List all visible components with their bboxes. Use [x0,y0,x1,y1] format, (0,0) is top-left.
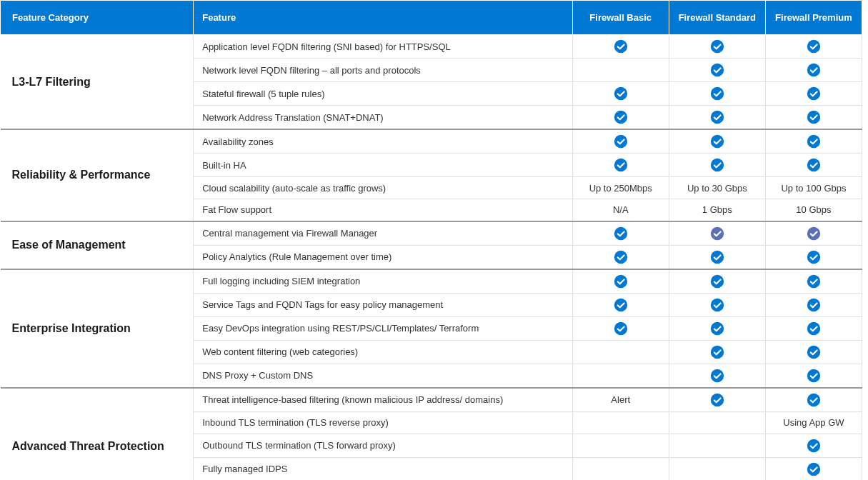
check-icon [614,39,628,54]
svg-point-11 [614,135,627,148]
check-icon [614,158,628,172]
check-icon [807,63,821,77]
check-icon [807,226,821,241]
header-row: Feature Category Feature Firewall Basic … [1,1,862,35]
check-icon [614,226,628,241]
category-cell: L3-L7 Filtering [1,35,194,130]
feature-cell: DNS Proxy + Custom DNS [194,364,572,388]
feature-cell: Stateful firewall (5 tuple rules) [194,82,572,106]
check-icon [807,86,821,101]
tier-cell-basic [572,340,669,364]
check-icon [710,39,724,54]
tier-cell-basic [572,364,669,388]
tier-cell-premium [765,316,862,340]
tier-cell-premium [765,388,862,412]
svg-point-8 [614,111,627,124]
check-icon [614,250,628,264]
svg-point-5 [614,87,627,100]
svg-point-31 [807,321,820,334]
tier-cell-basic [572,411,669,434]
tier-cell-premium [765,340,862,364]
tier-cell-premium [765,59,862,82]
svg-point-12 [711,135,724,148]
check-icon [710,110,724,124]
svg-point-16 [807,159,820,171]
category-cell: Reliability & Performance [1,129,194,221]
svg-point-27 [711,298,724,311]
feature-cell: Central management via Firewall Manager [194,221,572,246]
check-icon [807,439,821,453]
tier-cell-basic [572,129,669,154]
svg-point-37 [807,393,820,406]
svg-point-10 [807,111,820,124]
tier-cell-standard [669,457,765,480]
feature-cell: Full logging including SIEM integration [194,269,572,294]
svg-point-0 [614,40,627,53]
tier-cell-basic: N/A [572,199,669,221]
tier-cell-basic [572,82,669,106]
check-icon [710,393,724,407]
svg-point-28 [807,298,820,311]
tier-cell-basic [572,316,669,340]
category-cell: Ease of Management [1,221,194,269]
tier-cell-standard: 1 Gbps [669,199,765,221]
feature-cell: Availability zones [194,129,572,154]
svg-point-39 [807,462,820,475]
tier-cell-premium [765,245,862,269]
feature-cell: Cloud scalability (auto-scale as traffic… [194,177,572,199]
svg-point-30 [711,321,724,334]
check-icon [710,369,724,383]
tier-cell-premium: 10 Gbps [765,199,862,221]
tier-cell-standard [669,154,765,177]
svg-point-34 [711,369,724,381]
tier-cell-basic: Alert [572,388,669,412]
check-icon [614,298,628,312]
feature-cell: Threat intelligence-based filtering (kno… [194,388,572,412]
tier-cell-basic [572,434,669,457]
header-tier-premium: Firewall Premium [765,1,862,35]
svg-point-26 [614,298,627,311]
tier-cell-standard [669,59,765,82]
check-icon [710,158,724,172]
tier-cell-premium [765,221,862,246]
svg-point-14 [614,159,627,171]
table-row: Advanced Threat ProtectionThreat intelli… [1,388,862,412]
tier-cell-standard [669,411,765,434]
feature-cell: Policy Analytics (Rule Management over t… [194,245,572,269]
svg-point-38 [807,439,820,451]
check-icon [614,321,628,336]
tier-cell-standard [669,316,765,340]
tier-cell-basic [572,221,669,246]
table-row: Ease of ManagementCentral management via… [1,221,862,246]
check-icon [807,298,821,312]
tier-cell-premium: Up to 100 Gbps [765,177,862,199]
tier-cell-standard [669,434,765,457]
tier-cell-premium [765,106,862,130]
tier-cell-premium [765,269,862,294]
check-icon [614,86,628,101]
tier-cell-premium [765,82,862,106]
check-icon [710,298,724,312]
tier-cell-basic [572,35,669,59]
svg-point-22 [807,250,820,263]
tier-cell-standard [669,388,765,412]
tier-cell-basic [572,245,669,269]
tier-cell-basic: Up to 250Mbps [572,177,669,199]
table-row: Reliability & PerformanceAvailability zo… [1,129,862,154]
feature-cell: Network level FQDN filtering – all ports… [194,59,572,82]
tier-cell-standard [669,245,765,269]
tier-cell-standard [669,221,765,246]
check-icon [614,110,628,124]
header-tier-basic: Firewall Basic [572,1,669,35]
tier-cell-basic [572,154,669,177]
tier-cell-standard [669,129,765,154]
feature-cell: Application level FQDN filtering (SNI ba… [194,35,572,59]
tier-cell-premium [765,364,862,388]
svg-point-21 [711,250,724,263]
check-icon [710,86,724,101]
tier-cell-basic [572,106,669,130]
check-icon [807,462,821,476]
svg-point-17 [614,226,627,239]
header-feature: Feature [194,1,572,35]
category-cell: Enterprise Integration [1,269,194,388]
